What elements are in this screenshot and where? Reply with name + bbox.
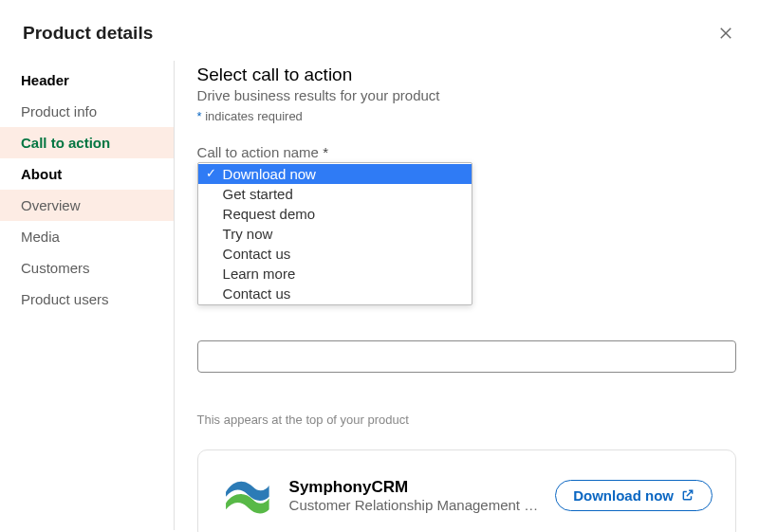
external-link-icon (681, 488, 694, 502)
sidebar-item-overview[interactable]: Overview (0, 190, 174, 221)
dropdown-option-get-started[interactable]: Get started (198, 184, 472, 204)
main-panel: Select call to action Drive business res… (175, 61, 759, 530)
close-icon (717, 25, 734, 42)
cta-button-label: Download now (573, 487, 674, 504)
dropdown-option-learn-more[interactable]: Learn more (198, 264, 472, 284)
url-input[interactable] (197, 340, 736, 373)
sidebar-group-about: About (0, 158, 174, 190)
sidebar-group-header: Header (0, 64, 174, 96)
sidebar-item-call-to-action[interactable]: Call to action (0, 127, 174, 158)
sidebar-item-product-users[interactable]: Product users (0, 284, 174, 315)
cta-name-dropdown[interactable]: Download now Get started Request demo Tr… (197, 162, 472, 305)
product-meta: SymphonyCRM Customer Relationship Manage… (289, 478, 539, 513)
required-indicator-note: * indicates required (197, 109, 736, 123)
modal-title: Product details (23, 23, 153, 44)
product-description: Customer Relationship Management … (289, 497, 539, 513)
product-name: SymphonyCRM (289, 478, 539, 497)
product-logo (221, 469, 272, 521)
cta-name-label: Call to action name * (197, 144, 736, 160)
sidebar-item-customers[interactable]: Customers (0, 252, 174, 284)
section-subtitle: Drive business results for your product (197, 87, 736, 103)
close-button[interactable] (715, 23, 736, 44)
dropdown-option-request-demo[interactable]: Request demo (198, 204, 472, 224)
logo-wave-icon (221, 469, 272, 521)
product-details-modal: Product details Header Product info Call… (0, 0, 759, 532)
preview-hint: This appears at the top of your product (197, 413, 736, 427)
required-star: * (323, 144, 328, 160)
modal-header: Product details (0, 0, 759, 61)
dropdown-option-contact-us-2[interactable]: Contact us (198, 284, 472, 303)
sidebar: Header Product info Call to action About… (0, 61, 175, 530)
sidebar-item-product-info[interactable]: Product info (0, 96, 174, 127)
dropdown-option-download-now[interactable]: Download now (198, 164, 472, 184)
dropdown-option-try-now[interactable]: Try now (198, 224, 472, 244)
modal-body: Header Product info Call to action About… (0, 61, 759, 530)
preview-card: SymphonyCRM Customer Relationship Manage… (197, 449, 736, 532)
section-title: Select call to action (197, 64, 736, 85)
preview-cta-button[interactable]: Download now (555, 480, 713, 511)
sidebar-item-media[interactable]: Media (0, 221, 174, 252)
dropdown-option-contact-us[interactable]: Contact us (198, 244, 472, 264)
url-field-wrapper (197, 340, 736, 373)
required-note-text: indicates required (202, 109, 303, 123)
